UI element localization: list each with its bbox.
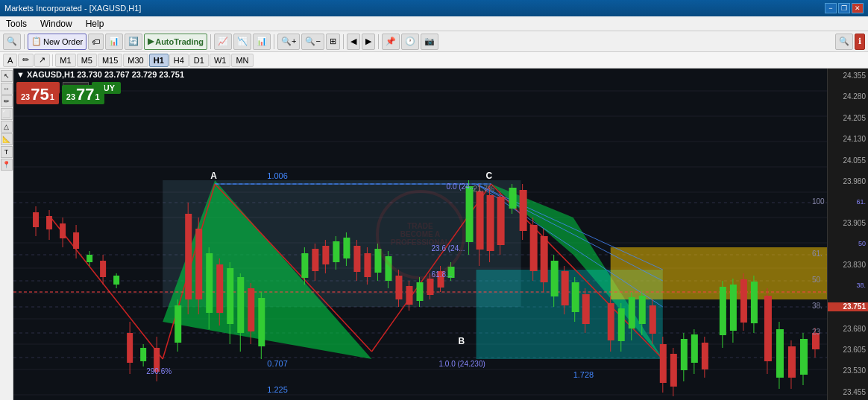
chart-type-btn-1[interactable]: 📈 xyxy=(214,34,232,50)
svg-text:C: C xyxy=(486,171,493,181)
svg-rect-77 xyxy=(312,249,318,271)
search-button[interactable]: 🔍 xyxy=(3,34,21,50)
svg-rect-135 xyxy=(639,296,646,324)
sell-price-box: 23 75 1 xyxy=(16,85,59,104)
lt-btn-5[interactable]: △ xyxy=(1,121,13,133)
restore-button[interactable]: ❐ xyxy=(838,3,850,13)
svg-text:100: 100 xyxy=(812,197,825,206)
zoom-in-button[interactable]: 🔍+ xyxy=(277,34,300,50)
svg-rect-119 xyxy=(541,236,548,282)
price-24130: 24.130 xyxy=(828,136,868,143)
svg-rect-109 xyxy=(487,195,494,251)
svg-text:38.: 38. xyxy=(812,302,823,310)
indicator-btn-1[interactable]: 📌 xyxy=(382,34,400,50)
lt-btn-2[interactable]: ↔ xyxy=(1,83,13,95)
svg-rect-89 xyxy=(374,249,381,273)
svg-rect-125 xyxy=(572,282,579,312)
svg-rect-147 xyxy=(702,343,708,369)
svg-rect-61 xyxy=(195,229,202,299)
svg-rect-151 xyxy=(730,285,737,331)
svg-rect-131 xyxy=(618,308,625,341)
svg-rect-129 xyxy=(608,303,614,340)
toolbar-btn-1[interactable]: 🏷 xyxy=(88,34,104,50)
lt-btn-6[interactable]: 📐 xyxy=(1,133,13,145)
tf-m15[interactable]: M15 xyxy=(98,54,122,67)
svg-rect-71 xyxy=(248,288,254,331)
chart-type-btn-3[interactable]: 📊 xyxy=(253,34,271,50)
draw-line-btn[interactable]: A xyxy=(3,54,17,67)
lt-btn-1[interactable]: ↖ xyxy=(1,70,13,82)
tf-h4[interactable]: H4 xyxy=(169,54,189,67)
chart-area: ↖ ↔ ✏ ⬜ △ 📐 T 📍 xyxy=(0,69,868,400)
menu-window[interactable]: Window xyxy=(37,18,75,30)
svg-rect-133 xyxy=(629,297,635,328)
separator-5 xyxy=(378,34,379,49)
svg-rect-73 xyxy=(258,298,265,346)
buy-price-suffix: 1 xyxy=(95,92,100,101)
price-24355: 24.355 xyxy=(828,72,868,80)
svg-text:61.: 61. xyxy=(812,250,823,258)
indicator-btn-2[interactable]: 🕐 xyxy=(401,34,419,50)
lt-btn-4[interactable]: ⬜ xyxy=(1,108,13,120)
close-button[interactable]: ✕ xyxy=(852,3,864,13)
svg-text:21.7%: 21.7% xyxy=(474,185,494,193)
price-fib-382: 38. xyxy=(828,282,868,289)
sell-price-suffix: 1 xyxy=(50,92,54,101)
account-info-button[interactable]: ℹ xyxy=(855,34,865,50)
chart-header: ▼ XAGUSD,H1 23.730 23.767 23.729 23.751 xyxy=(16,70,184,79)
price-23830: 23.830 xyxy=(828,261,868,269)
menu-help[interactable]: Help xyxy=(83,18,107,30)
chart-canvas[interactable]: A B C 1.006 0.707 1.225 1.728 0.0 (24...… xyxy=(13,69,827,400)
svg-rect-67 xyxy=(227,268,233,324)
account-search-button[interactable]: 🔍 xyxy=(835,34,853,50)
tf-d1[interactable]: D1 xyxy=(189,54,209,67)
svg-text:1.006: 1.006 xyxy=(267,171,288,180)
price-fib-50: 50 xyxy=(828,241,868,247)
separator-1 xyxy=(24,34,25,49)
svg-rect-95 xyxy=(406,286,412,305)
toolbar-btn-3[interactable]: 🔄 xyxy=(125,34,142,50)
tf-mn[interactable]: MN xyxy=(231,54,253,67)
lt-btn-3[interactable]: ✏ xyxy=(1,95,13,107)
indicator-btn-3[interactable]: 📷 xyxy=(421,34,438,50)
svg-rect-37 xyxy=(33,212,39,227)
sell-price-big: 75 xyxy=(31,86,48,103)
lt-btn-7[interactable]: T xyxy=(1,146,13,158)
svg-rect-59 xyxy=(185,214,192,299)
svg-rect-93 xyxy=(395,276,402,299)
svg-rect-97 xyxy=(416,282,423,301)
zoom-out-button[interactable]: 🔍− xyxy=(301,34,324,50)
new-order-button[interactable]: 📋 New Order xyxy=(28,34,87,50)
lt-btn-8[interactable]: 📍 xyxy=(1,159,13,171)
chart-type-btn-2[interactable]: 📉 xyxy=(233,34,251,50)
svg-rect-45 xyxy=(87,255,92,262)
minimize-button[interactable]: − xyxy=(825,3,837,13)
chart-toolbar: A ✏ ↗ M1 M5 M15 M30 H1 H4 D1 W1 MN xyxy=(0,52,868,69)
svg-rect-163 xyxy=(800,339,808,375)
price-scale: 24.355 24.280 24.205 24.130 24.055 23.98… xyxy=(827,69,868,400)
scroll-left-button[interactable]: ◀ xyxy=(347,34,360,50)
tf-w1[interactable]: W1 xyxy=(210,54,231,67)
fit-button[interactable]: ⊞ xyxy=(326,34,340,50)
autotrading-button[interactable]: ▶ AutoTrading xyxy=(144,34,207,50)
svg-rect-159 xyxy=(776,329,784,378)
toolbar-btn-2[interactable]: 📊 xyxy=(105,34,123,50)
svg-rect-91 xyxy=(385,256,391,281)
tf-m5[interactable]: M5 xyxy=(77,54,97,67)
sell-price-prefix: 23 xyxy=(21,92,30,101)
tf-h1[interactable]: H1 xyxy=(149,54,169,67)
tf-m30[interactable]: M30 xyxy=(123,54,148,67)
svg-rect-81 xyxy=(333,241,339,262)
scroll-right-button[interactable]: ▶ xyxy=(362,34,375,50)
left-toolbar: ↖ ↔ ✏ ⬜ △ 📐 T 📍 xyxy=(0,69,13,400)
svg-text:23.6 (24...: 23.6 (24... xyxy=(432,244,465,253)
buy-price-big: 77 xyxy=(76,86,94,103)
svg-rect-57 xyxy=(174,305,181,343)
draw-arrow-btn[interactable]: ↗ xyxy=(34,54,50,67)
tf-m1[interactable]: M1 xyxy=(55,54,75,67)
svg-rect-79 xyxy=(322,246,329,264)
menu-tools[interactable]: Tools xyxy=(3,18,30,30)
draw-pencil-btn[interactable]: ✏ xyxy=(18,54,34,67)
symbol-info: ▼ XAGUSD,H1 23.730 23.767 23.729 23.751 xyxy=(16,70,184,79)
svg-rect-155 xyxy=(751,282,758,323)
